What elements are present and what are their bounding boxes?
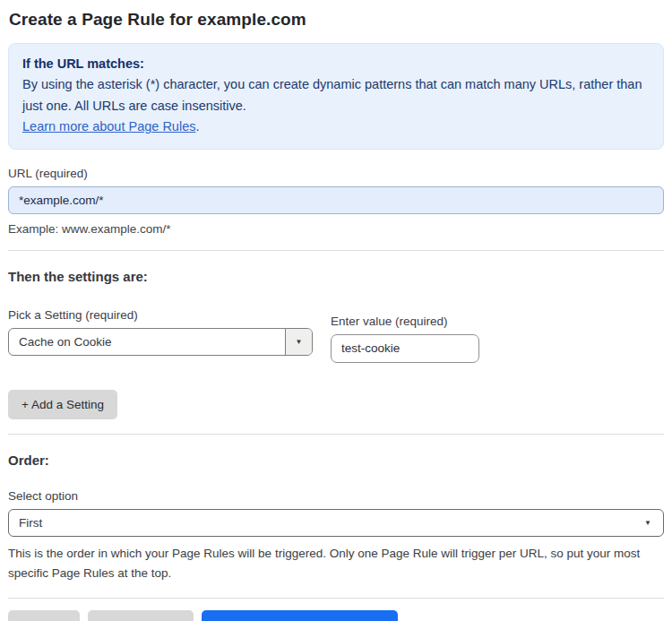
setting-select-column: Pick a Setting (required) Cache on Cooki…	[8, 308, 313, 356]
page-rule-form: Create a Page Rule for example.com If th…	[0, 0, 672, 621]
info-box-link-row: Learn more about Page Rules.	[22, 116, 650, 137]
save-as-draft-button[interactable]: Save as Draft	[88, 610, 194, 621]
settings-section-heading: Then the settings are:	[8, 269, 664, 284]
info-box-body: By using the asterisk (*) character, you…	[22, 74, 650, 116]
setting-value-column: Enter value (required)	[331, 308, 479, 363]
info-box-heading: If the URL matches:	[22, 54, 650, 74]
chevron-down-icon: ▼	[285, 329, 312, 355]
order-select-value: First	[9, 516, 633, 530]
url-field-label: URL (required)	[8, 167, 664, 180]
form-actions: Cancel Save as Draft Save and Deploy Pag…	[8, 610, 664, 621]
setting-select[interactable]: Cache on Cookie ▼	[8, 328, 313, 356]
link-suffix: .	[195, 119, 199, 134]
add-setting-button[interactable]: + Add a Setting	[8, 390, 117, 419]
page-title: Create a Page Rule for example.com	[9, 10, 663, 30]
url-match-info-box: If the URL matches: By using the asteris…	[8, 43, 664, 150]
order-section-heading: Order:	[8, 453, 664, 468]
url-section: URL (required) Example: www.example.com/…	[8, 167, 664, 236]
learn-more-link[interactable]: Learn more about Page Rules	[22, 119, 195, 134]
setting-select-label: Pick a Setting (required)	[8, 308, 313, 322]
order-select-label: Select option	[8, 489, 664, 503]
divider	[8, 598, 664, 599]
settings-row: Pick a Setting (required) Cache on Cooki…	[8, 308, 664, 363]
url-example-text: Example: www.example.com/*	[8, 222, 664, 236]
url-input[interactable]	[8, 186, 664, 214]
setting-select-value: Cache on Cookie	[9, 335, 285, 349]
divider	[8, 250, 664, 251]
save-and-deploy-button[interactable]: Save and Deploy Page Rule	[202, 610, 399, 621]
cancel-button[interactable]: Cancel	[8, 610, 80, 621]
chevron-down-icon: ▼	[633, 519, 663, 527]
value-field-label: Enter value (required)	[331, 315, 479, 328]
setting-value-input[interactable]	[331, 334, 479, 363]
order-helper-text: This is the order in which your Page Rul…	[8, 544, 664, 583]
order-select[interactable]: First ▼	[8, 509, 664, 537]
divider	[8, 434, 664, 435]
